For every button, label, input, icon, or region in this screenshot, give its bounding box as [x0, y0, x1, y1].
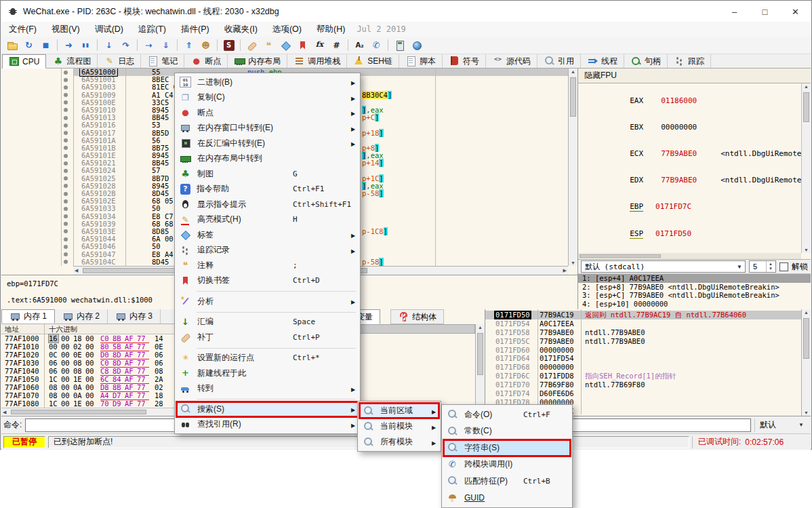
menubar-item[interactable]: 调试(D) — [87, 22, 131, 37]
context-menu-item[interactable]: 指令帮助 Ctrl+F1 — [176, 182, 359, 197]
view-tab[interactable]: 内存布局 — [228, 54, 287, 68]
toolbar-button[interactable] — [368, 37, 385, 54]
context-menu-item[interactable]: 在反汇编中转到(E) — [176, 136, 359, 151]
context-menu-item[interactable]: 汇编 Space — [176, 315, 359, 330]
toolbar-button[interactable] — [311, 37, 328, 54]
toolbar-button[interactable] — [54, 37, 60, 54]
context-menu-item[interactable]: 在内存窗口中转到(E) — [176, 121, 359, 136]
command-scope-select[interactable]: 默认▼ — [754, 418, 809, 432]
toolbar-button[interactable] — [351, 37, 368, 54]
scrollbar-thumb[interactable] — [477, 333, 483, 375]
argument-row[interactable]: 2: [esp+8] 77B9ABE0 <ntdll.DbgUiRemoteBr… — [578, 283, 811, 292]
menubar-item[interactable]: 追踪(T) — [131, 22, 174, 37]
stack-row[interactable]: 0171FD5C 77B9ABE0 ntdll.77B9ABE0 — [485, 337, 801, 346]
toolbar-button[interactable] — [345, 37, 351, 54]
scrollbar-thumb[interactable] — [803, 318, 809, 359]
stack-vertical-scrollbar[interactable]: ▲ ▼ — [801, 309, 811, 416]
stack-row[interactable]: 0171FD50 77B9AC19 返回到 ntdll.77B9AC19 自 n… — [485, 311, 801, 319]
view-tab[interactable]: SEH链 — [347, 54, 399, 68]
menubar-item[interactable]: 文件(F) — [1, 22, 44, 37]
stack-row[interactable]: 0171FD6C 0171FDD8 指向SEH_Record[1]的指针 — [485, 372, 801, 380]
submenu-item[interactable]: 命令(O) Ctrl+F — [443, 406, 571, 423]
stack-row[interactable]: 0171FD60 00000000 — [485, 346, 801, 355]
toolbar-button[interactable] — [197, 37, 214, 54]
argument-row[interactable]: 4: [esp+10] 00000000 — [578, 300, 811, 309]
view-tab[interactable]: 断点 — [184, 54, 228, 68]
toolbar-button[interactable] — [214, 37, 220, 54]
view-tab[interactable]: 源代码 — [486, 54, 537, 68]
memory-tab[interactable]: 内存 2 — [55, 309, 108, 324]
submenu-item[interactable]: 常数(C) — [443, 423, 571, 440]
context-menu-item[interactable] — [176, 396, 359, 402]
toolbar-button[interactable] — [260, 37, 277, 54]
view-tab[interactable]: 线程 — [581, 54, 624, 68]
scrollbar-thumb[interactable] — [803, 92, 809, 122]
toolbar-button[interactable] — [37, 37, 54, 54]
register-row[interactable]: EDX77B9ABE0<ntdll.DbgUiRemoteBreakin> — [585, 167, 801, 193]
toolbar-button[interactable] — [157, 37, 174, 54]
tab-struct[interactable]: 结构体 — [390, 309, 444, 324]
view-tab[interactable]: 句柄 — [624, 54, 668, 68]
spinner-arrows-icon[interactable]: ▲▼ — [766, 261, 775, 272]
register-row[interactable]: ESP0171FD50 — [585, 220, 801, 248]
hide-fpu-button[interactable]: 隐藏FPU — [578, 69, 811, 83]
toolbar-button[interactable] — [294, 37, 311, 54]
context-menu-item[interactable]: 复制(C) — [176, 90, 359, 106]
memory-tab[interactable]: 内存 3 — [108, 309, 161, 324]
menubar-item[interactable]: 收藏夹(I) — [217, 22, 265, 37]
submenu-item[interactable]: 字符串(S) — [443, 439, 571, 456]
view-tab[interactable]: 跟踪 — [668, 54, 711, 68]
toolbar-button[interactable] — [220, 37, 237, 54]
menubar-item[interactable]: 帮助(H) — [309, 22, 352, 37]
toolbar-button[interactable] — [3, 37, 20, 54]
scrollbar-thumb[interactable] — [580, 254, 661, 258]
close-button[interactable]: ✕ — [780, 2, 811, 22]
toolbar-button[interactable] — [243, 37, 260, 54]
toolbar-button[interactable] — [140, 37, 157, 54]
toolbar-button[interactable] — [117, 37, 134, 54]
context-menu-item[interactable]: 转到 — [176, 381, 359, 397]
toolbar-button[interactable] — [237, 37, 243, 54]
view-tab[interactable]: 日志 — [98, 54, 141, 68]
registers-vertical-scrollbar[interactable]: ▲ ▼ — [801, 83, 811, 253]
context-menu-item[interactable]: 制图 G — [176, 166, 359, 182]
toolbar-button[interactable] — [174, 37, 180, 54]
register-row[interactable]: ECX77B9ABE0<ntdll.DbgUiRemoteBreakin> — [585, 140, 801, 167]
address-column-header[interactable]: 地址 — [5, 325, 19, 334]
view-tab[interactable]: 笔记 — [141, 54, 184, 68]
stack-row[interactable]: 0171FD54 A0C17EEA — [485, 319, 801, 328]
submenu-item[interactable]: 匹配特征(P) Ctrl+B — [443, 473, 571, 490]
register-row[interactable]: EAX01186000 — [585, 87, 801, 114]
locals-vertical-scrollbar[interactable]: ▲ ▼ — [475, 324, 485, 416]
disasm-vertical-scrollbar[interactable]: ▲ ▼ — [568, 69, 577, 266]
context-menu-item[interactable]: 注释 ; — [176, 258, 359, 273]
menubar-item[interactable]: 选项(O) — [265, 22, 309, 37]
unlock-checkbox[interactable] — [779, 262, 788, 271]
toolbar-button[interactable] — [408, 37, 425, 54]
register-row[interactable]: EBX00000000 — [585, 114, 801, 140]
toolbar-button[interactable] — [134, 37, 140, 54]
memory-tab[interactable]: 内存 1 — [1, 309, 55, 324]
maximize-button[interactable]: □ — [750, 2, 780, 22]
context-menu-item[interactable]: 切换书签 Ctrl+D — [176, 273, 359, 289]
view-tab[interactable]: 调用堆栈 — [287, 54, 347, 68]
context-menu-item[interactable]: 搜索(S) — [176, 402, 359, 417]
arg-depth-spinner[interactable]: 5 ▲▼ — [749, 260, 776, 273]
menubar-item[interactable]: 视图(V) — [44, 22, 87, 37]
toolbar-button[interactable] — [328, 37, 345, 54]
submenu-item[interactable]: 所有模块 — [359, 434, 439, 450]
toolbar-button[interactable] — [94, 37, 100, 54]
toolbar-button[interactable] — [391, 37, 408, 54]
stack-row[interactable]: 0171FD70 77B69F80 ntdll.77B69F80 — [485, 380, 801, 389]
context-menu-item[interactable]: 断点 — [176, 105, 359, 121]
scrollbar-thumb[interactable] — [570, 77, 576, 117]
view-tab[interactable]: 引用 — [537, 54, 581, 68]
toolbar-button[interactable] — [77, 37, 94, 54]
context-menu-item[interactable]: 新建线程于此 — [176, 366, 359, 381]
calling-convention-select[interactable]: 默认 (stdcall)▼ — [581, 260, 746, 273]
view-tab[interactable]: 流程图 — [46, 54, 98, 68]
stack-row[interactable]: 0171FD64 0171FD54 — [485, 354, 801, 363]
context-menu-item[interactable]: 显示指令提示 Ctrl+Shift+F1 — [176, 197, 359, 212]
context-menu-item[interactable]: 二进制(B) — [176, 75, 359, 90]
context-menu-item[interactable]: 设置新的运行点 Ctrl+* — [176, 351, 359, 366]
